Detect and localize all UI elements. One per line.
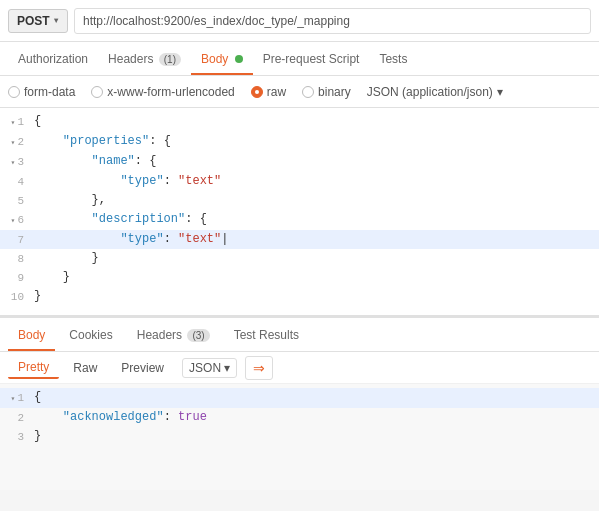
body-options: form-data x-www-form-urlencoded raw bina… xyxy=(0,76,599,108)
line-number: 7 xyxy=(0,230,32,249)
line-content: } xyxy=(32,268,599,286)
method-label: POST xyxy=(17,14,50,28)
tab-headers-label: Headers xyxy=(108,52,153,66)
editor-line: 4 "type": "text" xyxy=(0,172,599,191)
preview-button[interactable]: Preview xyxy=(111,358,174,378)
response-toolbar: Pretty Raw Preview JSON ▾ ⇒ xyxy=(0,352,599,384)
line-number: ▾6 xyxy=(0,210,32,230)
resp-tab-headers-label: Headers xyxy=(137,328,182,342)
line-content: "description": { xyxy=(32,210,599,228)
response-line: 3} xyxy=(0,427,599,446)
tab-headers[interactable]: Headers (1) xyxy=(98,44,191,74)
response-line: ▾1{ xyxy=(0,388,599,408)
tab-body[interactable]: Body xyxy=(191,44,253,74)
line-content: "properties": { xyxy=(32,132,599,150)
resp-line-number: 2 xyxy=(0,408,32,427)
resp-line-number: 3 xyxy=(0,427,32,446)
editor-line: ▾2 "properties": { xyxy=(0,132,599,152)
pretty-button[interactable]: Pretty xyxy=(8,357,59,379)
binary-label: binary xyxy=(318,85,351,99)
radio-binary xyxy=(302,86,314,98)
response-line: 2 "acknowledged": true xyxy=(0,408,599,427)
resp-tab-body[interactable]: Body xyxy=(8,320,55,350)
response-tabs: Body Cookies Headers (3) Test Results xyxy=(0,318,599,352)
headers-badge: (1) xyxy=(159,53,181,66)
response-code: ▾1{2 "acknowledged": true3} xyxy=(0,384,599,490)
option-form-data[interactable]: form-data xyxy=(8,85,75,99)
url-input[interactable] xyxy=(74,8,591,34)
json-format-chevron: ▾ xyxy=(497,85,503,99)
raw-button[interactable]: Raw xyxy=(63,358,107,378)
editor-line: ▾6 "description": { xyxy=(0,210,599,230)
resp-tab-test-results[interactable]: Test Results xyxy=(224,320,309,350)
top-bar: POST ▾ xyxy=(0,0,599,42)
body-dot xyxy=(235,55,243,63)
option-binary[interactable]: binary xyxy=(302,85,351,99)
editor-line: 9 } xyxy=(0,268,599,287)
resp-line-number: ▾1 xyxy=(0,388,32,408)
tab-tests[interactable]: Tests xyxy=(369,44,417,74)
tab-pre-request-label: Pre-request Script xyxy=(263,52,360,66)
line-number: 5 xyxy=(0,191,32,210)
editor-line: 5 }, xyxy=(0,191,599,210)
line-number: 10 xyxy=(0,287,32,306)
resp-line-content: } xyxy=(32,427,599,445)
response-format-select[interactable]: JSON ▾ xyxy=(182,358,237,378)
code-editor[interactable]: ▾1{▾2 "properties": {▾3 "name": {4 "type… xyxy=(0,108,599,315)
line-number: ▾3 xyxy=(0,152,32,172)
method-chevron: ▾ xyxy=(54,16,58,25)
tab-tests-label: Tests xyxy=(379,52,407,66)
line-content: "type": "text" xyxy=(32,172,599,190)
line-content: } xyxy=(32,287,599,305)
urlencoded-label: x-www-form-urlencoded xyxy=(107,85,234,99)
resp-tab-body-label: Body xyxy=(18,328,45,342)
resp-tab-headers[interactable]: Headers (3) xyxy=(127,320,220,350)
editor-line: ▾1{ xyxy=(0,112,599,132)
line-number: 4 xyxy=(0,172,32,191)
response-format-chevron: ▾ xyxy=(224,361,230,375)
line-content: }, xyxy=(32,191,599,209)
resp-tab-test-results-label: Test Results xyxy=(234,328,299,342)
tab-pre-request-script[interactable]: Pre-request Script xyxy=(253,44,370,74)
line-content: } xyxy=(32,249,599,267)
tab-authorization[interactable]: Authorization xyxy=(8,44,98,74)
editor-line: 10} xyxy=(0,287,599,306)
response-format-label: JSON xyxy=(189,361,221,375)
response-section: Body Cookies Headers (3) Test Results Pr… xyxy=(0,318,599,490)
editor-line: 7 "type": "text"| xyxy=(0,230,599,249)
request-tabs: Authorization Headers (1) Body Pre-reque… xyxy=(0,42,599,76)
option-raw[interactable]: raw xyxy=(251,85,286,99)
radio-urlencoded xyxy=(91,86,103,98)
raw-label: raw xyxy=(267,85,286,99)
resp-tab-cookies-label: Cookies xyxy=(69,328,112,342)
resp-tab-cookies[interactable]: Cookies xyxy=(59,320,122,350)
line-number: 8 xyxy=(0,249,32,268)
tab-authorization-label: Authorization xyxy=(18,52,88,66)
editor-line: 8 } xyxy=(0,249,599,268)
tab-body-label: Body xyxy=(201,52,228,66)
editor-line: ▾3 "name": { xyxy=(0,152,599,172)
line-number: 9 xyxy=(0,268,32,287)
line-content: { xyxy=(32,112,599,130)
wrap-icon[interactable]: ⇒ xyxy=(245,356,273,380)
resp-headers-badge: (3) xyxy=(187,329,209,342)
line-number: ▾2 xyxy=(0,132,32,152)
radio-raw xyxy=(251,86,263,98)
radio-form-data xyxy=(8,86,20,98)
request-editor: ▾1{▾2 "properties": {▾3 "name": {4 "type… xyxy=(0,108,599,318)
method-select[interactable]: POST ▾ xyxy=(8,9,68,33)
line-content: "type": "text"| xyxy=(32,230,599,248)
resp-line-content: "acknowledged": true xyxy=(32,408,599,426)
option-urlencoded[interactable]: x-www-form-urlencoded xyxy=(91,85,234,99)
form-data-label: form-data xyxy=(24,85,75,99)
json-format-label: JSON (application/json) xyxy=(367,85,493,99)
resp-line-content: { xyxy=(32,388,599,406)
line-number: ▾1 xyxy=(0,112,32,132)
line-content: "name": { xyxy=(32,152,599,170)
json-format-select[interactable]: JSON (application/json) ▾ xyxy=(367,85,503,99)
